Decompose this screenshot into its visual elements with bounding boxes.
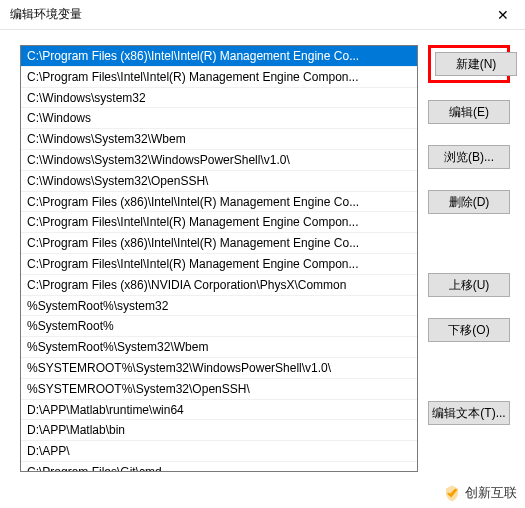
browse-button[interactable]: 浏览(B)...	[428, 145, 510, 169]
list-item[interactable]: D:\APP\	[21, 441, 417, 462]
list-item[interactable]: %SystemRoot%\System32\Wbem	[21, 337, 417, 358]
list-item[interactable]: %SystemRoot%\system32	[21, 296, 417, 317]
list-item[interactable]: C:\Program Files\Intel\Intel(R) Manageme…	[21, 254, 417, 275]
list-item[interactable]: C:\Windows\System32\OpenSSH\	[21, 171, 417, 192]
list-item[interactable]: D:\APP\Matlab\bin	[21, 420, 417, 441]
path-list[interactable]: C:\Program Files (x86)\Intel\Intel(R) Ma…	[20, 45, 418, 472]
window-title: 编辑环境变量	[10, 6, 82, 23]
button-column: 新建(N) 编辑(E) 浏览(B)... 删除(D) 上移(U) 下移(O) 编…	[428, 45, 510, 472]
list-item[interactable]: C:\Program Files\Intel\Intel(R) Manageme…	[21, 212, 417, 233]
watermark: 创新互联	[443, 484, 517, 502]
edit-text-button[interactable]: 编辑文本(T)...	[428, 401, 510, 425]
watermark-text: 创新互联	[465, 484, 517, 502]
list-item[interactable]: %SystemRoot%	[21, 316, 417, 337]
list-item[interactable]: C:\Program Files (x86)\Intel\Intel(R) Ma…	[21, 46, 417, 67]
list-item[interactable]: C:\Program Files (x86)\Intel\Intel(R) Ma…	[21, 233, 417, 254]
close-button[interactable]: ✕	[480, 0, 525, 30]
close-icon: ✕	[497, 7, 509, 23]
highlight-annotation: 新建(N)	[428, 45, 510, 83]
list-item[interactable]: %SYSTEMROOT%\System32\WindowsPowerShell\…	[21, 358, 417, 379]
list-item[interactable]: C:\Windows\System32\Wbem	[21, 129, 417, 150]
list-item[interactable]: D:\APP\Matlab\runtime\win64	[21, 400, 417, 421]
list-item[interactable]: %SYSTEMROOT%\System32\OpenSSH\	[21, 379, 417, 400]
move-down-button[interactable]: 下移(O)	[428, 318, 510, 342]
list-item[interactable]: C:\Program Files (x86)\NVIDIA Corporatio…	[21, 275, 417, 296]
new-button[interactable]: 新建(N)	[435, 52, 517, 76]
delete-button[interactable]: 删除(D)	[428, 190, 510, 214]
list-item[interactable]: C:\Program Files\Intel\Intel(R) Manageme…	[21, 67, 417, 88]
titlebar: 编辑环境变量 ✕	[0, 0, 525, 30]
list-item[interactable]: C:\Windows	[21, 108, 417, 129]
edit-button[interactable]: 编辑(E)	[428, 100, 510, 124]
list-item[interactable]: C:\Program Files\Git\cmd	[21, 462, 417, 472]
list-item[interactable]: C:\Windows\System32\WindowsPowerShell\v1…	[21, 150, 417, 171]
watermark-icon	[443, 484, 461, 502]
dialog-content: C:\Program Files (x86)\Intel\Intel(R) Ma…	[0, 30, 525, 482]
list-item[interactable]: C:\Program Files (x86)\Intel\Intel(R) Ma…	[21, 192, 417, 213]
list-item[interactable]: C:\Windows\system32	[21, 88, 417, 109]
move-up-button[interactable]: 上移(U)	[428, 273, 510, 297]
